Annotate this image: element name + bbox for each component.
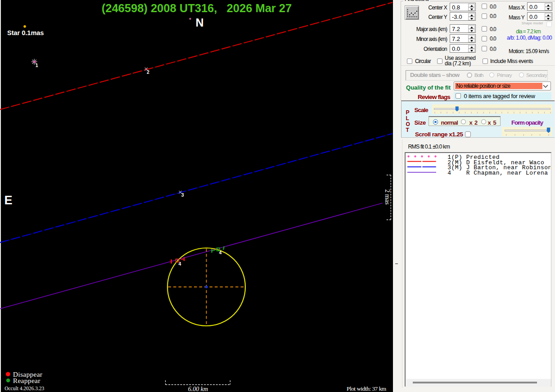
svg-text:4 R Chapman, near Lorena: 4 R Chapman, near Lorena <box>447 170 548 176</box>
svg-text:(246598) 2008 UT316, 2026 Ma: (246598) 2008 UT316, 2026 Mar 27 <box>102 2 292 14</box>
svg-text:2 mas: 2 mas <box>384 189 391 205</box>
svg-text:N: N <box>196 16 204 29</box>
svg-text:Star 0.1mas: Star 0.1mas <box>7 29 44 36</box>
svg-text:Occult 4.2026.3.23: Occult 4.2026.3.23 <box>5 386 44 391</box>
svg-text:1: 1 <box>36 63 38 68</box>
svg-text:Reappear: Reappear <box>13 377 41 384</box>
svg-text:6.00 km: 6.00 km <box>188 386 208 392</box>
svg-text:4: 4 <box>219 250 222 255</box>
svg-text:3: 3 <box>181 192 184 198</box>
svg-text:4: 4 <box>179 261 181 266</box>
svg-text:E: E <box>5 194 13 207</box>
svg-text:Plot width: 37 km: Plot width: 37 km <box>347 385 387 392</box>
svg-text:2: 2 <box>147 69 149 75</box>
